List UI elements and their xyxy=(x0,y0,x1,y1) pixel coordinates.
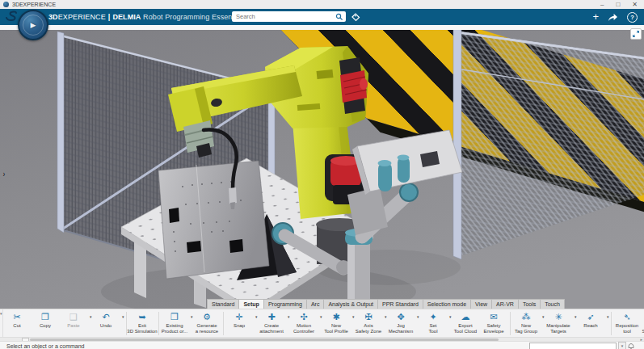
motion-controller-icon: ✣ xyxy=(300,311,307,323)
toolbar-item-export-tool-cloud[interactable]: ☁ExportTool Cloud xyxy=(452,309,479,338)
dropdown-arrow-icon[interactable]: ▾ xyxy=(542,314,545,319)
command-options-icon[interactable]: ▾ xyxy=(618,342,626,349)
expand-viewport-button[interactable] xyxy=(630,28,642,40)
reach-icon: ➶ xyxy=(587,311,594,323)
toolbar-item-jog-mechanism[interactable]: ✥JogMechanism▾ xyxy=(388,309,415,338)
safety-envelope-icon: ✉ xyxy=(490,311,497,323)
toolbar-item-existing-product[interactable]: ❒ExistingProduct or...▾ xyxy=(162,309,188,338)
toolbar-item-new-tag-group[interactable]: ⁂NewTag Group▾ xyxy=(513,309,540,338)
panel-expand-arrow[interactable]: › xyxy=(0,166,8,182)
toolbar-item-undo[interactable]: ↶Undo ▾ xyxy=(93,309,120,338)
toolbar-item-label xyxy=(16,329,18,334)
compass[interactable]: ▶ xyxy=(18,10,48,40)
undo-icon: ↶ xyxy=(102,311,109,323)
tab-arc[interactable]: Arc xyxy=(306,299,324,309)
tag-icon[interactable] xyxy=(351,12,360,22)
maximize-button[interactable]: □ xyxy=(616,1,620,9)
share-icon[interactable] xyxy=(608,13,618,22)
search-input[interactable] xyxy=(232,12,335,21)
dropdown-arrow-icon[interactable]: ▾ xyxy=(320,314,322,319)
existing-product-icon: ❒ xyxy=(170,311,179,323)
axis-safety-zone-icon: ✠ xyxy=(364,311,372,323)
toolbar-item-copy[interactable]: ❐Copy xyxy=(32,309,59,338)
tab-standard[interactable]: Standard xyxy=(207,299,238,309)
brand-3d: 3D xyxy=(48,13,58,21)
notifications-bell-icon[interactable] xyxy=(628,343,634,349)
toolbar-items: ✂Cut ❐Copy ❑Paste ▾↶Undo ▾➥Exit3D Simula… xyxy=(3,309,644,338)
toolbar-item-generate-resource[interactable]: ⚙Generatea resource xyxy=(194,309,221,338)
toolbar-item-label: Tool Profile xyxy=(324,329,348,334)
toolbar-item-label: Mechanism xyxy=(389,329,414,334)
create-attachment-icon: ✚ xyxy=(267,311,275,323)
jog-mechanism-icon: ✥ xyxy=(397,311,404,323)
toolbar-separator xyxy=(611,312,612,335)
toolbar-item-paste[interactable]: ❑Paste ▾ xyxy=(61,309,87,338)
dropdown-arrow-icon[interactable]: ▾ xyxy=(122,314,124,319)
toolbar-item-create-attachment[interactable]: ✚Createattachment▾ xyxy=(259,309,285,338)
dropdown-arrow-icon[interactable]: ▾ xyxy=(575,314,577,319)
toolbar-item-new-tool-profile[interactable]: ✱NewTool Profile▾ xyxy=(323,309,350,338)
brand: 3DEXPERIENCE|DELMIA Robot Programming Es… xyxy=(48,13,246,21)
brand-suite: Robot Programming Essentials xyxy=(143,13,246,21)
dropdown-arrow-icon[interactable]: ▾ xyxy=(607,314,609,319)
help-icon[interactable]: ? xyxy=(627,12,638,23)
toolbar-item-label: Tag Group xyxy=(515,329,537,334)
workpiece-plate xyxy=(158,161,269,279)
toolbar-item-exit-3d-simulation[interactable]: ➥Exit3D Simulation xyxy=(129,309,156,338)
toolbar-item-axis-safety-zone[interactable]: ✠AxisSafety Zone▾ xyxy=(356,309,382,338)
new-tool-profile-icon: ✱ xyxy=(332,311,339,323)
set-tool-icon: ✦ xyxy=(429,311,436,323)
toolbar-item-snap[interactable]: ✛Snap ▾ xyxy=(226,309,253,338)
tab-setup[interactable]: Setup xyxy=(238,299,263,309)
tab-selection-mode[interactable]: Selection mode xyxy=(423,299,470,309)
tab-analysis-output[interactable]: Analysis & Output xyxy=(323,299,377,309)
search-icon[interactable] xyxy=(335,13,343,21)
dropdown-arrow-icon[interactable]: ▾ xyxy=(385,314,387,319)
toolbar-item-cut[interactable]: ✂Cut xyxy=(4,309,31,338)
toolbar-separator xyxy=(223,312,224,335)
toolbar-item-label: Targets xyxy=(550,329,566,334)
manipulate-targets-icon: ✳ xyxy=(554,311,562,323)
dropdown-arrow-icon[interactable]: ▾ xyxy=(90,314,92,319)
toolbar-item-reposition-tool[interactable]: ➴Repositiontool xyxy=(614,309,641,338)
toolbar-item-label: Tool Cloud xyxy=(454,329,477,334)
brand-experience: EXPERIENCE xyxy=(58,13,106,21)
compass-ring xyxy=(23,15,44,36)
toolbar-item-motion-controller[interactable]: ✣MotionController▾ xyxy=(291,309,318,338)
toolbar-item-manipulate-targets[interactable]: ✳ManipulateTargets▾ xyxy=(545,309,572,338)
export-tool-cloud-icon: ☁ xyxy=(461,311,470,323)
tab-programming[interactable]: Programming xyxy=(263,299,306,309)
status-bar: Select an object or a command ▾ xyxy=(0,341,644,349)
toolbar-item-safety-envelope[interactable]: ✉SafetyEnvelope xyxy=(481,309,507,338)
brand-app: DELMIA xyxy=(112,13,141,21)
minimize-button[interactable]: – xyxy=(600,1,604,9)
dropdown-arrow-icon[interactable]: ▾ xyxy=(191,314,193,319)
toolbar-item-reach[interactable]: ➶Reach ▾ xyxy=(578,309,604,338)
dropdown-arrow-icon[interactable]: ▾ xyxy=(417,314,419,319)
window-title: 3DEXPERIENCE xyxy=(12,2,56,7)
add-content-button[interactable]: + xyxy=(592,11,599,23)
search-box xyxy=(232,11,346,22)
dropdown-arrow-icon[interactable]: ▾ xyxy=(255,314,258,319)
app-icon xyxy=(3,2,9,7)
close-button[interactable]: ✕ xyxy=(632,1,638,9)
tab-view[interactable]: View xyxy=(470,299,491,309)
toolbar-item-label xyxy=(590,329,591,334)
toolbar-separator xyxy=(510,312,511,335)
toolbar-separator xyxy=(158,312,159,335)
tab-ppr-standard[interactable]: PPR Standard xyxy=(377,299,423,309)
snap-icon: ✛ xyxy=(235,311,242,323)
dropdown-arrow-icon[interactable]: ▾ xyxy=(288,314,290,319)
command-input[interactable] xyxy=(529,343,617,349)
tab-tools[interactable]: Tools xyxy=(518,299,540,309)
tab-ar-vr[interactable]: AR-VR xyxy=(491,299,518,309)
toolbar-item-set-tool[interactable]: ✦SetTool▾ xyxy=(420,309,447,338)
tab-touch[interactable]: Touch xyxy=(540,299,565,309)
dropdown-arrow-icon[interactable]: ▾ xyxy=(352,314,355,319)
scene-3d[interactable] xyxy=(0,30,644,309)
cut-icon: ✂ xyxy=(13,311,20,323)
toolbar-item-label: attachment xyxy=(259,329,284,334)
generate-resource-icon: ⚙ xyxy=(203,311,211,323)
action-bar: ▾ ✂Cut ❐Copy ❑Paste ▾↶Undo ▾➥Exit3D Simu… xyxy=(0,309,644,338)
dropdown-arrow-icon[interactable]: ▾ xyxy=(449,314,452,319)
